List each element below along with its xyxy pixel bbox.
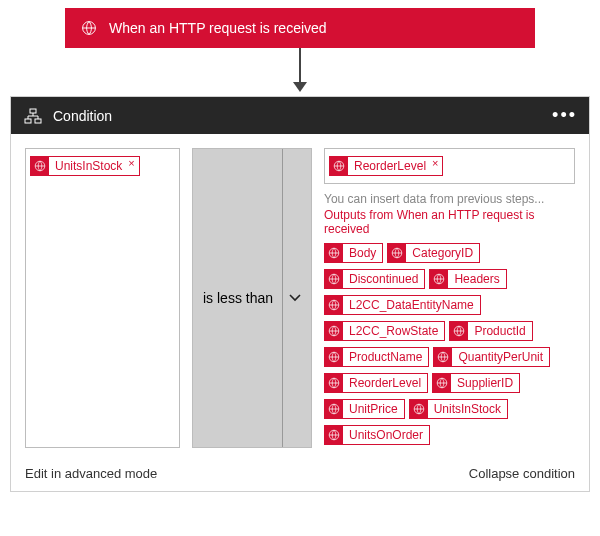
token-label: Headers — [448, 270, 505, 288]
http-globe-icon — [325, 426, 343, 444]
http-globe-icon — [430, 270, 448, 288]
output-token[interactable]: QuantityPerUnit — [433, 347, 550, 367]
output-token[interactable]: UnitsOnOrder — [324, 425, 430, 445]
token-label: UnitsInStock — [428, 400, 507, 418]
output-token[interactable]: L2CC_DataEntityName — [324, 295, 481, 315]
output-token[interactable]: Body — [324, 243, 383, 263]
http-globe-icon — [330, 157, 348, 175]
svg-rect-2 — [30, 109, 36, 113]
http-globe-icon — [410, 400, 428, 418]
insert-hint: You can insert data from previous steps.… — [324, 192, 575, 206]
condition-title: Condition — [53, 108, 552, 124]
http-globe-icon — [325, 348, 343, 366]
token-label: SupplierID — [451, 374, 519, 392]
token-label: QuantityPerUnit — [452, 348, 549, 366]
left-operand-input[interactable]: UnitsInStock × — [25, 148, 180, 448]
http-globe-icon — [325, 270, 343, 288]
output-token[interactable]: ProductId — [449, 321, 532, 341]
output-token[interactable]: ProductName — [324, 347, 429, 367]
http-globe-icon — [325, 374, 343, 392]
outputs-title: Outputs from When an HTTP request is rec… — [324, 208, 575, 236]
output-token[interactable]: Headers — [429, 269, 506, 289]
token-label: ReorderLevel — [343, 374, 427, 392]
http-globe-icon — [325, 400, 343, 418]
output-token[interactable]: Discontinued — [324, 269, 425, 289]
svg-rect-3 — [25, 119, 31, 123]
http-globe-icon — [450, 322, 468, 340]
token-label: CategoryID — [406, 244, 479, 262]
token-label: UnitPrice — [343, 400, 404, 418]
output-token[interactable]: L2CC_RowState — [324, 321, 445, 341]
token-left[interactable]: UnitsInStock × — [30, 156, 140, 176]
condition-icon — [23, 106, 43, 126]
operator-label: is less than — [203, 290, 276, 306]
http-globe-icon — [325, 296, 343, 314]
token-label: Body — [343, 244, 382, 262]
right-operand-input[interactable]: ReorderLevel × — [324, 148, 575, 184]
edit-advanced-link[interactable]: Edit in advanced mode — [25, 466, 157, 481]
trigger-title: When an HTTP request is received — [109, 20, 327, 36]
outputs-token-pool: BodyCategoryIDDiscontinuedHeadersL2CC_Da… — [324, 240, 575, 448]
http-globe-icon — [325, 322, 343, 340]
output-token[interactable]: CategoryID — [387, 243, 480, 263]
condition-card: Condition ••• UnitsInStock × is less tha… — [10, 96, 590, 492]
token-label: L2CC_DataEntityName — [343, 296, 480, 314]
http-globe-icon — [434, 348, 452, 366]
token-label: L2CC_RowState — [343, 322, 444, 340]
http-globe-icon — [79, 18, 99, 38]
collapse-condition-link[interactable]: Collapse condition — [469, 466, 575, 481]
token-label: UnitsInStock — [49, 157, 128, 175]
operator-select[interactable]: is less than — [192, 148, 312, 448]
output-token[interactable]: UnitPrice — [324, 399, 405, 419]
http-globe-icon — [388, 244, 406, 262]
output-token[interactable]: UnitsInStock — [409, 399, 508, 419]
token-label: ProductId — [468, 322, 531, 340]
token-remove-icon[interactable]: × — [432, 157, 442, 169]
more-menu-icon[interactable]: ••• — [552, 105, 577, 126]
http-globe-icon — [325, 244, 343, 262]
output-token[interactable]: ReorderLevel — [324, 373, 428, 393]
chevron-down-icon — [282, 149, 301, 447]
token-remove-icon[interactable]: × — [128, 157, 138, 169]
token-label: ProductName — [343, 348, 428, 366]
connector-arrow — [0, 48, 600, 96]
condition-header[interactable]: Condition ••• — [11, 97, 589, 134]
trigger-card[interactable]: When an HTTP request is received — [65, 8, 535, 48]
http-globe-icon — [433, 374, 451, 392]
token-label: ReorderLevel — [348, 157, 432, 175]
token-right[interactable]: ReorderLevel × — [329, 156, 443, 176]
token-label: Discontinued — [343, 270, 424, 288]
output-token[interactable]: SupplierID — [432, 373, 520, 393]
svg-rect-4 — [35, 119, 41, 123]
http-globe-icon — [31, 157, 49, 175]
token-label: UnitsOnOrder — [343, 426, 429, 444]
